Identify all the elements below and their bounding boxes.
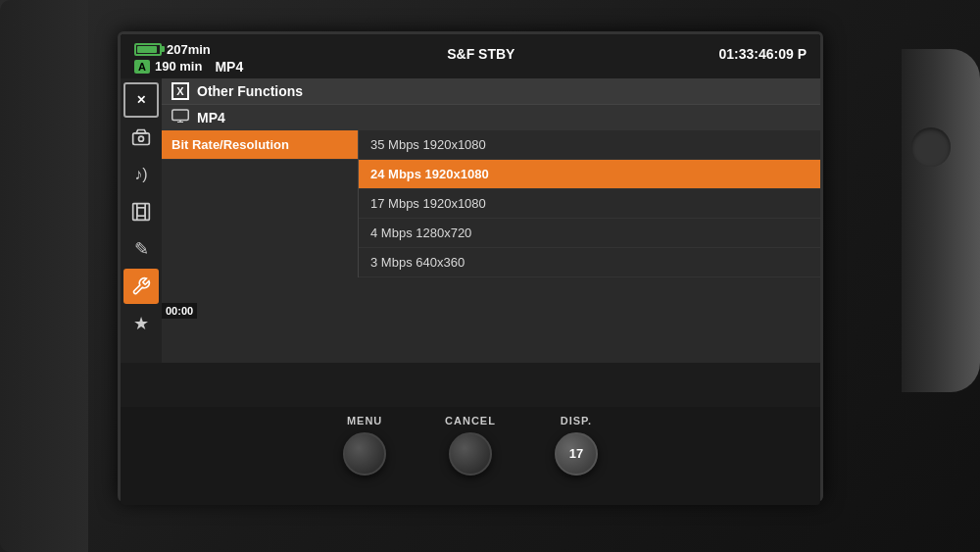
cancel-label: CANCEL — [445, 415, 496, 427]
svg-rect-0 — [133, 132, 150, 144]
svg-rect-3 — [137, 207, 145, 215]
menu-rows-container: Bit Rate/Resolution 35 Mbps 1920x1080 24… — [162, 130, 820, 277]
timecode-display: 00:00 — [162, 303, 197, 319]
menu-header-icon: X — [172, 82, 189, 100]
menu-option-3[interactable]: 4 Mbps 1280x720 — [359, 219, 820, 248]
menu-knob[interactable] — [343, 432, 386, 476]
battery-minutes: 207min — [167, 42, 211, 57]
wrench-icon[interactable] — [123, 269, 159, 304]
battery-icon — [134, 43, 162, 56]
status-left: 207min A 190 min MP4 — [134, 42, 243, 75]
disp-knob[interactable]: 17 — [555, 432, 598, 476]
menu-option-4[interactable]: 3 Mbps 640x360 — [359, 248, 820, 277]
lcd-screen: 207min A 190 min MP4 S&F STBY 01:33:46:0… — [121, 34, 820, 407]
camera-icon[interactable] — [123, 120, 159, 155]
auto-row: A 190 min MP4 — [134, 59, 243, 75]
menu-subheader-icon — [172, 109, 189, 126]
menu-content: X Other Functions MP4 — [162, 78, 820, 363]
status-mode: S&F STBY — [447, 42, 514, 62]
menu-option-0[interactable]: 35 Mbps 1920x1080 — [359, 130, 820, 160]
svg-rect-2 — [133, 203, 150, 220]
sidebar-icons: ✕ ♪) — [121, 78, 162, 363]
star-icon[interactable]: ★ — [123, 306, 159, 341]
status-timecode: 01:33:46:09 P — [718, 42, 807, 62]
battery-row: 207min — [134, 42, 243, 57]
close-icon[interactable]: ✕ — [123, 82, 159, 118]
edit-icon[interactable]: ✎ — [123, 231, 159, 267]
cancel-knob[interactable] — [449, 432, 492, 476]
auto-badge: A — [134, 60, 150, 74]
menu-items-left: Bit Rate/Resolution — [162, 130, 358, 277]
menu-label: MENU — [347, 415, 382, 427]
menu-option-1[interactable]: 24 Mbps 1920x1080 — [359, 160, 820, 189]
disp-label: DISP. — [561, 415, 592, 427]
auto-minutes: 190 min — [155, 59, 202, 74]
menu-header-title: Other Functions — [197, 83, 303, 99]
camera-body: 207min A 190 min MP4 S&F STBY 01:33:46:0… — [0, 0, 980, 552]
menu-options-right: 35 Mbps 1920x1080 24 Mbps 1920x1080 17 M… — [358, 130, 820, 277]
menu-item-bit-rate[interactable]: Bit Rate/Resolution — [162, 130, 358, 160]
bottom-controls: MENU CANCEL DISP. 17 — [121, 407, 820, 505]
camera-left-body — [0, 0, 88, 552]
menu-option-2[interactable]: 17 Mbps 1920x1080 — [359, 189, 820, 219]
camera-grip-right — [902, 49, 980, 392]
disp-button-group: DISP. 17 — [555, 415, 598, 476]
menu-button-group: MENU — [343, 415, 386, 476]
menu-area: ✕ ♪) — [121, 78, 820, 363]
cancel-button-group: CANCEL — [445, 415, 496, 476]
battery-fill — [137, 46, 157, 53]
menu-header: X Other Functions — [162, 78, 820, 105]
status-bar: 207min A 190 min MP4 S&F STBY 01:33:46:0… — [121, 34, 820, 78]
format-badge: MP4 — [215, 59, 243, 75]
menu-subheader-title: MP4 — [197, 110, 225, 125]
lcd-screen-container: 207min A 190 min MP4 S&F STBY 01:33:46:0… — [118, 31, 823, 502]
audio-icon[interactable]: ♪) — [123, 157, 159, 192]
menu-subheader: MP4 — [162, 105, 820, 130]
svg-point-1 — [139, 136, 144, 141]
film-icon[interactable] — [123, 194, 159, 229]
svg-rect-6 — [172, 110, 189, 121]
